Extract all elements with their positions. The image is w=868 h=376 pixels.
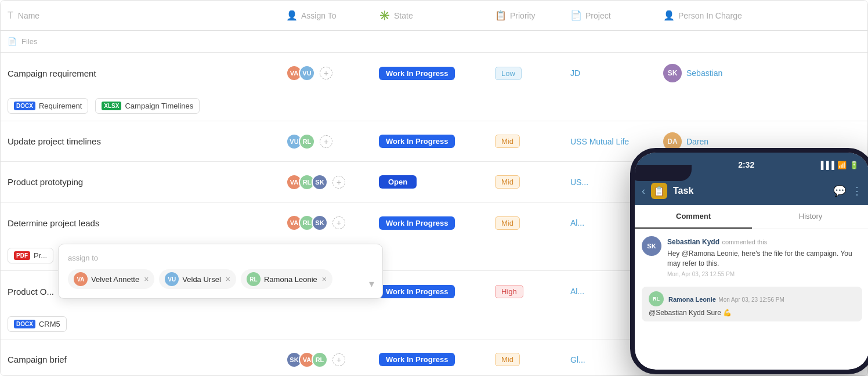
mid-priority: Mid bbox=[495, 353, 520, 366]
wip-badge: Work In Progress bbox=[379, 67, 455, 80]
task-name[interactable]: Determine project leads bbox=[8, 218, 286, 228]
add-assignee-button[interactable]: + bbox=[332, 353, 345, 366]
row-main: Campaign requirement VA VU + Work In Pro… bbox=[8, 53, 860, 93]
header-col-pic: 👤 Person In Charge bbox=[663, 10, 860, 21]
task-icon: 📋 bbox=[651, 183, 667, 199]
phone-status-bar: 2:32 ▐▐▐ 📶 🔋 bbox=[635, 153, 868, 177]
reply-avatar: RL bbox=[649, 291, 664, 306]
dropdown-arrow-icon[interactable]: ▾ bbox=[369, 277, 374, 290]
file-label: Pr... bbox=[34, 251, 47, 260]
tag-avatar: VU bbox=[165, 272, 179, 286]
signal-icon: ▐▐▐ bbox=[818, 161, 834, 169]
priority-badge[interactable]: Low bbox=[495, 67, 570, 80]
assign-tag[interactable]: VU Velda Ursel × bbox=[159, 269, 236, 289]
task-name[interactable]: Campaign brief bbox=[8, 355, 286, 364]
reply-text: @Sebastian Kydd Sure 💪 bbox=[649, 309, 855, 317]
add-assignee-button[interactable]: + bbox=[332, 176, 345, 189]
project-link[interactable]: USS Mutual Life bbox=[570, 137, 663, 146]
avatar: VU bbox=[299, 65, 315, 81]
mid-priority: Mid bbox=[495, 175, 520, 189]
state-badge[interactable]: Work In Progress bbox=[379, 285, 495, 298]
remove-tag-button[interactable]: × bbox=[322, 274, 327, 284]
task-name[interactable]: Update project timelines bbox=[8, 136, 286, 146]
header-col-assign: 👤 Assign To bbox=[286, 10, 379, 21]
file-badge[interactable]: PDF Pr... bbox=[8, 248, 53, 263]
more-options-icon[interactable]: ⋮ bbox=[852, 185, 862, 197]
comment-text: Hey @Ramona Leonie, here's the file for … bbox=[667, 249, 862, 269]
add-assignee-button[interactable]: + bbox=[320, 135, 332, 148]
tag-name: Velvet Annette bbox=[91, 275, 139, 284]
state-badge[interactable]: Work In Progress bbox=[379, 216, 495, 230]
open-badge: Open bbox=[379, 175, 417, 189]
priority-badge[interactable]: Mid bbox=[495, 135, 570, 148]
project-link[interactable]: JD bbox=[570, 68, 663, 78]
assignee-group[interactable]: VA VU + bbox=[286, 65, 379, 81]
tag-avatar: VA bbox=[74, 272, 88, 286]
assignee-group[interactable]: VU RL + bbox=[286, 133, 379, 150]
assign-dropdown: assign to VA Velvet Annette × VU Velda U… bbox=[58, 244, 383, 299]
priority-header-label: Priority bbox=[510, 11, 536, 20]
add-assignee-button[interactable]: + bbox=[332, 216, 345, 229]
back-button[interactable]: ‹ bbox=[642, 185, 645, 197]
state-badge[interactable]: Open bbox=[379, 175, 495, 189]
assign-tag[interactable]: VA Velvet Annette × bbox=[68, 269, 154, 289]
files-subheader: 📄 Files bbox=[1, 31, 867, 53]
state-header-label: State bbox=[394, 11, 413, 20]
reply-time-label: Mon Apr 03, 23 12:56 PM bbox=[718, 297, 784, 303]
low-priority: Low bbox=[495, 67, 522, 80]
priority-badge[interactable]: Mid bbox=[495, 216, 570, 230]
file-badge[interactable]: DOCX Requirement bbox=[8, 98, 88, 114]
phone-nav-actions: 💬 ⋮ bbox=[833, 185, 862, 197]
comment-avatar: SK bbox=[642, 236, 661, 256]
phone-nav-bar: ‹ 📋 Task 💬 ⋮ bbox=[635, 177, 868, 205]
assign-header-label: Assign To bbox=[301, 11, 336, 20]
tab-comment[interactable]: Comment bbox=[635, 205, 752, 229]
tab-history[interactable]: History bbox=[752, 205, 868, 229]
avatar: RL bbox=[312, 352, 328, 368]
phone-mockup: 2:32 ▐▐▐ 📶 🔋 ‹ 📋 Task 💬 ⋮ Comment Histor… bbox=[630, 148, 868, 374]
priority-badge[interactable]: High bbox=[495, 285, 570, 298]
state-badge[interactable]: Work In Progress bbox=[379, 67, 495, 80]
assign-dropdown-title: assign to bbox=[68, 254, 373, 262]
comment-action-label: commented this bbox=[722, 238, 767, 245]
row-files: DOCX Requirement XLSX Campaign Timelines bbox=[8, 93, 200, 121]
files-doc-icon: 📄 bbox=[8, 37, 17, 46]
row-files: DOCX CRM5 bbox=[8, 312, 67, 339]
assignee-group[interactable]: SK VA RL + bbox=[286, 352, 379, 368]
comment-nav-icon[interactable]: 💬 bbox=[833, 185, 846, 197]
pic-name: Daren bbox=[686, 137, 708, 146]
file-badge[interactable]: XLSX Campaign Timelines bbox=[95, 98, 200, 114]
remove-tag-button[interactable]: × bbox=[226, 274, 230, 284]
header-col-state: ✳️ State bbox=[379, 10, 495, 21]
assign-tag[interactable]: RL Ramona Leonie × bbox=[241, 269, 332, 289]
mid-priority: Mid bbox=[495, 135, 520, 148]
remove-tag-button[interactable]: × bbox=[144, 274, 149, 284]
comment-item: SK Sebastian Kydd commented this Hey @Ra… bbox=[642, 236, 862, 277]
file-label: CRM5 bbox=[39, 320, 60, 328]
task-name[interactable]: Product prototyping bbox=[8, 177, 286, 187]
assignee-group[interactable]: VA RL SK + bbox=[286, 174, 379, 190]
task-name[interactable]: Campaign requirement bbox=[8, 68, 286, 78]
wip-badge: Work In Progress bbox=[379, 216, 455, 230]
state-badge[interactable]: Work In Progress bbox=[379, 353, 495, 366]
priority-badge[interactable]: Mid bbox=[495, 175, 570, 189]
avatar-group: VA VU bbox=[286, 65, 315, 81]
pic-avatar: SK bbox=[663, 64, 682, 82]
phone-content: SK Sebastian Kydd commented this Hey @Ra… bbox=[635, 229, 868, 370]
table-row: Campaign requirement VA VU + Work In Pro… bbox=[1, 53, 867, 121]
phone-notch bbox=[635, 165, 692, 181]
pic-header-label: Person In Charge bbox=[678, 11, 742, 20]
avatar: SK bbox=[312, 174, 328, 190]
avatar-group: VU RL bbox=[286, 133, 315, 150]
comment-time: Mon, Apr 03, 23 12:55 PM bbox=[667, 271, 862, 277]
state-badge[interactable]: Work In Progress bbox=[379, 135, 495, 148]
phone-nav-title: Task bbox=[673, 186, 827, 196]
high-priority: High bbox=[495, 285, 523, 298]
wifi-icon: 📶 bbox=[837, 161, 847, 169]
file-badge[interactable]: DOCX CRM5 bbox=[8, 316, 67, 332]
assignee-group[interactable]: VA RL SK + bbox=[286, 215, 379, 231]
phone-tabs: Comment History bbox=[635, 205, 868, 229]
add-assignee-button[interactable]: + bbox=[320, 67, 332, 79]
priority-badge[interactable]: Mid bbox=[495, 353, 570, 366]
battery-icon: 🔋 bbox=[849, 161, 859, 169]
